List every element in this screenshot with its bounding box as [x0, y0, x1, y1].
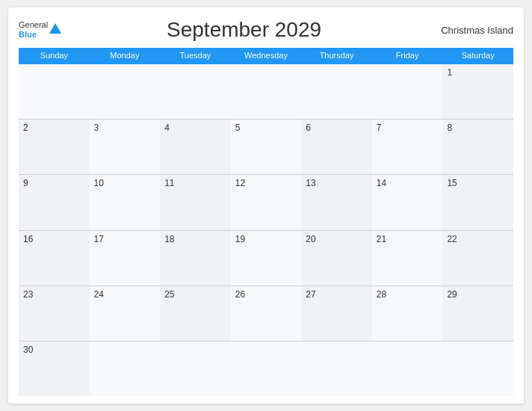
header-thursday: Thursday — [301, 48, 372, 63]
weeks-container: 1234567891011121314151617181920212223242… — [19, 63, 513, 396]
day-number: 4 — [164, 123, 170, 133]
day-cell-w6-d3 — [160, 342, 231, 396]
day-number: 18 — [164, 234, 174, 244]
header-friday: Friday — [372, 48, 443, 63]
day-cell-w6-d7 — [442, 342, 513, 396]
location-label: Christmas Island — [424, 25, 513, 36]
day-cell-w1-d2 — [90, 64, 161, 119]
day-cell-w1-d3 — [160, 64, 231, 119]
day-number: 9 — [23, 178, 28, 188]
week-row-4: 16171819202122 — [19, 230, 513, 285]
day-number: 11 — [164, 178, 174, 188]
day-cell-w1-d7: 1 — [442, 64, 513, 119]
day-cell-w2-d3: 4 — [160, 120, 231, 174]
day-cell-w6-d1: 30 — [19, 342, 90, 396]
day-cell-w1-d5 — [301, 64, 372, 119]
day-number: 27 — [306, 289, 315, 300]
day-cell-w2-d2: 3 — [90, 120, 161, 174]
header-sunday: Sunday — [19, 48, 90, 63]
header-tuesday: Tuesday — [160, 48, 231, 63]
calendar-grid: Sunday Monday Tuesday Wednesday Thursday… — [19, 48, 513, 396]
day-cell-w1-d4 — [231, 64, 302, 119]
day-cell-w5-d6: 28 — [372, 286, 443, 341]
day-cell-w5-d4: 26 — [231, 286, 302, 341]
day-number: 26 — [235, 289, 245, 300]
day-cell-w3-d3: 11 — [160, 175, 231, 229]
day-cell-w3-d2: 10 — [90, 175, 161, 229]
day-number: 15 — [447, 178, 457, 188]
day-number: 29 — [447, 289, 457, 300]
day-cell-w4-d2: 17 — [90, 231, 161, 285]
header-wednesday: Wednesday — [231, 48, 302, 63]
day-number: 30 — [23, 344, 33, 355]
day-cell-w6-d4 — [231, 342, 302, 396]
day-cell-w3-d4: 12 — [231, 175, 302, 229]
week-row-2: 2345678 — [19, 119, 513, 174]
week-row-1: 1 — [19, 63, 513, 119]
day-cell-w3-d7: 15 — [442, 175, 513, 229]
day-cell-w3-d1: 9 — [19, 175, 90, 229]
day-number: 6 — [306, 123, 311, 133]
day-cell-w2-d6: 7 — [372, 120, 443, 174]
header-saturday: Saturday — [442, 48, 513, 63]
week-row-3: 9101112131415 — [19, 174, 513, 229]
day-number: 10 — [94, 178, 104, 188]
day-number: 13 — [306, 178, 315, 188]
day-cell-w5-d2: 24 — [90, 286, 161, 341]
logo-triangle-icon — [49, 23, 61, 34]
day-cell-w5-d5: 27 — [301, 286, 372, 341]
day-cell-w5-d1: 23 — [19, 286, 90, 341]
day-number: 24 — [94, 289, 104, 300]
day-cell-w2-d1: 2 — [19, 120, 90, 174]
calendar-title: September 2029 — [64, 18, 424, 42]
week-row-6: 30 — [19, 341, 513, 396]
day-number: 5 — [235, 123, 241, 133]
day-cell-w4-d6: 21 — [372, 231, 443, 285]
day-headers-row: Sunday Monday Tuesday Wednesday Thursday… — [19, 48, 513, 63]
day-cell-w5-d7: 29 — [442, 286, 513, 341]
day-number: 22 — [447, 234, 457, 244]
day-number: 23 — [23, 289, 33, 300]
calendar-header: General Blue September 2029 Christmas Is… — [19, 15, 513, 48]
day-number: 7 — [377, 123, 382, 133]
day-cell-w4-d1: 16 — [19, 231, 90, 285]
day-cell-w4-d3: 18 — [160, 231, 231, 285]
logo-text: General Blue — [19, 20, 48, 40]
day-number: 20 — [306, 234, 315, 244]
day-cell-w4-d5: 20 — [301, 231, 372, 285]
day-cell-w1-d6 — [372, 64, 443, 119]
week-row-5: 23242526272829 — [19, 285, 513, 341]
day-number: 19 — [235, 234, 245, 244]
day-cell-w1-d1 — [19, 64, 90, 119]
day-cell-w2-d4: 5 — [231, 120, 302, 174]
day-cell-w6-d5 — [301, 342, 372, 396]
day-number: 25 — [164, 289, 174, 300]
day-number: 16 — [23, 234, 33, 244]
day-cell-w5-d3: 25 — [160, 286, 231, 341]
day-cell-w2-d5: 6 — [301, 120, 372, 174]
day-number: 14 — [377, 178, 386, 188]
day-number: 8 — [447, 123, 452, 133]
day-number: 21 — [377, 234, 386, 244]
day-cell-w6-d2 — [90, 342, 161, 396]
day-cell-w3-d5: 13 — [301, 175, 372, 229]
day-number: 12 — [235, 178, 245, 188]
logo-general: General — [19, 20, 48, 30]
day-cell-w3-d6: 14 — [372, 175, 443, 229]
day-cell-w4-d4: 19 — [231, 231, 302, 285]
logo: General Blue — [19, 20, 64, 40]
day-cell-w6-d6 — [372, 342, 443, 396]
calendar-container: General Blue September 2029 Christmas Is… — [8, 7, 524, 404]
day-number: 3 — [94, 123, 99, 133]
header-monday: Monday — [90, 48, 161, 63]
day-number: 28 — [377, 289, 386, 300]
day-number: 1 — [447, 67, 452, 78]
day-cell-w4-d7: 22 — [442, 231, 513, 285]
day-number: 17 — [94, 234, 104, 244]
day-cell-w2-d7: 8 — [442, 120, 513, 174]
logo-blue: Blue — [19, 30, 48, 40]
day-number: 2 — [23, 123, 28, 133]
